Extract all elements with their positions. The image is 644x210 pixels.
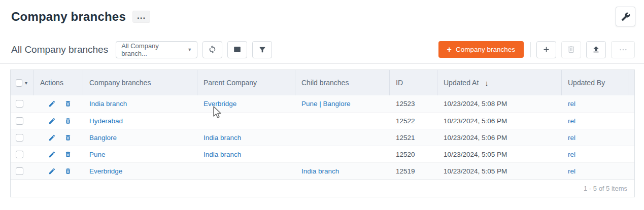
caret-down-icon: ▼ bbox=[187, 47, 192, 52]
filter-icon bbox=[258, 46, 266, 54]
table-header-row: ▾ Actions Company branches Parent Compan… bbox=[11, 70, 634, 95]
record-id: 12523 bbox=[396, 100, 415, 108]
plus-icon: + bbox=[447, 46, 452, 54]
header-stub bbox=[628, 70, 640, 95]
edit-pencil-icon[interactable] bbox=[48, 167, 56, 175]
row-checkbox[interactable] bbox=[16, 117, 23, 125]
company-branch-link[interactable]: Banglore bbox=[89, 134, 117, 142]
add-record-button[interactable] bbox=[536, 41, 556, 58]
header-child-branches[interactable]: Child branches bbox=[295, 70, 390, 95]
plus-icon bbox=[542, 45, 551, 54]
row-checkbox[interactable] bbox=[16, 100, 23, 108]
row-checkbox[interactable] bbox=[16, 167, 23, 175]
settings-button[interactable] bbox=[616, 7, 635, 26]
delete-trash-icon[interactable] bbox=[64, 100, 72, 108]
table-row: Banglore India branch 12521 10/23/2024, … bbox=[11, 129, 634, 146]
columns-icon bbox=[233, 45, 242, 54]
upload-icon bbox=[592, 45, 600, 54]
updated-at: 10/23/2024, 5:06 PM bbox=[444, 134, 507, 142]
record-id: 12521 bbox=[396, 134, 415, 142]
page-header: Company branches ... bbox=[0, 0, 644, 26]
ellipsis-icon bbox=[619, 45, 628, 54]
caret-down-icon[interactable]: ▾ bbox=[25, 80, 27, 86]
table-row: Pune India branch 12520 10/23/2024, 5:05… bbox=[11, 146, 634, 162]
table-row: India branch Everbridge Pune | Banglore … bbox=[11, 95, 634, 112]
sort-desc-arrow-icon: ↓ bbox=[485, 79, 489, 87]
wrench-icon bbox=[621, 12, 630, 21]
delete-trash-icon[interactable] bbox=[64, 167, 72, 175]
edit-pencil-icon[interactable] bbox=[48, 100, 56, 108]
header-parent-company[interactable]: Parent Company bbox=[197, 70, 295, 95]
edit-pencil-icon[interactable] bbox=[48, 117, 56, 125]
add-button-label: Company branches bbox=[456, 46, 515, 53]
header-actions: Actions bbox=[34, 70, 83, 95]
delete-records-button[interactable] bbox=[561, 41, 581, 58]
record-id: 12522 bbox=[396, 117, 415, 125]
page-title: Company branches bbox=[11, 10, 126, 24]
select-all-header[interactable]: ▾ bbox=[11, 70, 34, 95]
more-options-button[interactable] bbox=[611, 41, 635, 58]
table-row: Hyderabad 12522 10/23/2024, 5:06 PM rel bbox=[11, 112, 634, 129]
updated-by-link[interactable]: rel bbox=[568, 100, 575, 108]
updated-at: 10/23/2024, 5:05 PM bbox=[444, 151, 507, 158]
delete-trash-icon[interactable] bbox=[64, 117, 72, 125]
filter-button[interactable] bbox=[252, 41, 272, 58]
header-updated-at[interactable]: Updated At ↓ bbox=[437, 70, 562, 95]
company-branch-link[interactable]: India branch bbox=[89, 100, 127, 108]
updated-by-link[interactable]: rel bbox=[568, 117, 575, 125]
view-selector-dropdown[interactable]: All Company branch... ▼ bbox=[116, 41, 197, 58]
company-branch-link[interactable]: Pune bbox=[89, 151, 106, 158]
records-table: ▾ Actions Company branches Parent Compan… bbox=[10, 69, 635, 197]
title-more-button[interactable]: ... bbox=[132, 11, 150, 23]
parent-company-link[interactable]: Everbridge bbox=[204, 100, 236, 108]
record-count: 1 - 5 of 5 items bbox=[584, 185, 627, 192]
edit-pencil-icon[interactable] bbox=[48, 134, 56, 142]
import-export-button[interactable] bbox=[586, 41, 606, 58]
delete-trash-icon[interactable] bbox=[64, 151, 72, 158]
table-footer: 1 - 5 of 5 items bbox=[11, 179, 634, 197]
parent-company-link[interactable]: India branch bbox=[204, 151, 241, 158]
parent-company-link[interactable]: India branch bbox=[204, 134, 241, 142]
select-all-checkbox[interactable] bbox=[16, 79, 22, 87]
company-branch-link[interactable]: Hyderabad bbox=[89, 117, 123, 125]
header-id[interactable]: ID bbox=[390, 70, 437, 95]
updated-at: 10/23/2024, 5:06 PM bbox=[444, 117, 507, 125]
edit-pencil-icon[interactable] bbox=[48, 151, 56, 158]
toolbar: All Company branches All Company branch.… bbox=[0, 41, 644, 58]
header-updated-by[interactable]: Updated By bbox=[562, 70, 628, 95]
view-title: All Company branches bbox=[11, 44, 108, 55]
toolbar-divider bbox=[530, 42, 531, 57]
row-checkbox[interactable] bbox=[16, 151, 23, 158]
updated-by-link[interactable]: rel bbox=[568, 134, 575, 142]
child-branches-link[interactable]: Pune | Banglore bbox=[301, 100, 351, 108]
columns-button[interactable] bbox=[227, 41, 247, 58]
header-company-branches[interactable]: Company branches bbox=[83, 70, 197, 95]
row-checkbox[interactable] bbox=[16, 134, 23, 142]
record-id: 12520 bbox=[396, 151, 415, 158]
add-company-branches-button[interactable]: + Company branches bbox=[438, 41, 524, 58]
table-row: Everbridge India branch 12519 10/23/2024… bbox=[11, 162, 634, 179]
delete-trash-icon[interactable] bbox=[64, 134, 72, 142]
updated-at: 10/23/2024, 5:05 PM bbox=[444, 167, 507, 175]
refresh-icon bbox=[208, 45, 217, 54]
updated-at: 10/23/2024, 5:08 PM bbox=[444, 100, 507, 108]
view-selector-value: All Company branch... bbox=[121, 42, 184, 57]
record-id: 12519 bbox=[396, 167, 415, 175]
table-body: India branch Everbridge Pune | Banglore … bbox=[11, 95, 634, 179]
page-divider bbox=[0, 63, 644, 64]
updated-by-link[interactable]: rel bbox=[568, 167, 575, 175]
updated-by-link[interactable]: rel bbox=[568, 151, 575, 158]
company-branch-link[interactable]: Everbridge bbox=[89, 167, 122, 175]
refresh-button[interactable] bbox=[202, 41, 222, 58]
trash-icon bbox=[567, 45, 575, 54]
child-branches-link[interactable]: India branch bbox=[301, 167, 339, 175]
